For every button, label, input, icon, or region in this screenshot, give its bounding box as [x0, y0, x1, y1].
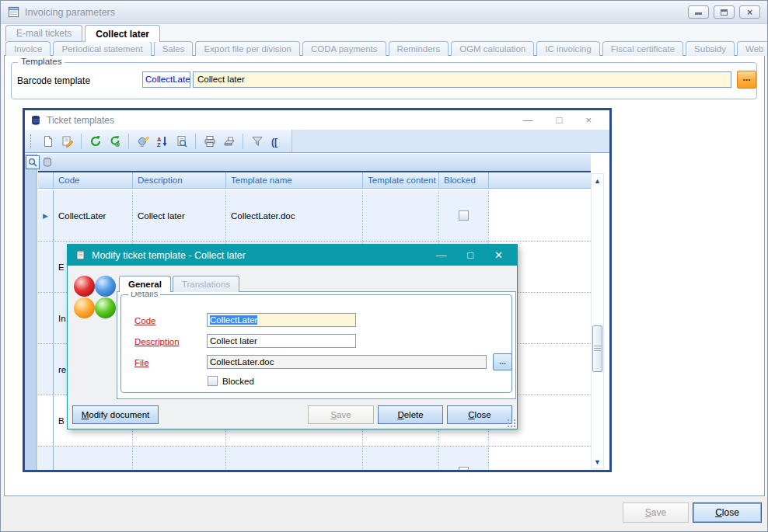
primary-tab-strip: E-mail tickets Collect later — [5, 25, 160, 42]
tab-ic-invoicing[interactable]: IC invoicing — [536, 41, 599, 56]
dialog-title: Modify ticket template - Collect later — [92, 250, 246, 261]
dialog-maximize-icon[interactable]: □ — [467, 249, 473, 261]
scroll-down-icon[interactable]: ▼ — [592, 456, 603, 468]
grid-header-template-name[interactable]: Template name — [226, 172, 363, 188]
file-field[interactable]: CollectLater.doc — [207, 355, 487, 369]
footer-close-button[interactable]: Close — [693, 502, 762, 523]
code-label[interactable]: Code — [134, 316, 156, 325]
tab-subsidy[interactable]: Subsidy — [686, 41, 735, 56]
barcode-template-label: Barcode template — [17, 75, 90, 86]
refresh-icon[interactable] — [86, 132, 104, 150]
magnifier-icon — [28, 158, 37, 167]
tab-export-file-per-division[interactable]: Export file per division — [195, 41, 300, 56]
ticket-templates-toolbar: AZ ([ — [25, 130, 609, 153]
table-row[interactable] — [38, 447, 591, 470]
red-sphere-logo — [74, 276, 95, 297]
description-field[interactable]: Collect later — [207, 334, 356, 348]
tab-email-tickets[interactable]: E-mail tickets — [5, 25, 82, 41]
dialog-close-button[interactable]: Close — [447, 405, 512, 424]
sort-az-icon[interactable]: AZ — [153, 132, 171, 150]
tab-invoice[interactable]: Invoice — [5, 41, 51, 56]
dialog-minimize-icon[interactable]: — — [436, 249, 446, 261]
cell-template-name: CollectLater.doc — [226, 190, 363, 241]
document-icon — [75, 250, 86, 260]
dialog-close-icon[interactable]: ✕ — [494, 249, 503, 261]
templates-group-label: Templates — [18, 57, 65, 66]
tab-periodical-statement[interactable]: Periodical statement — [53, 41, 151, 56]
orange-sphere-logo — [74, 297, 95, 318]
tw-maximize-icon[interactable]: □ — [557, 114, 563, 126]
search-document-icon[interactable] — [173, 132, 190, 150]
code-field[interactable]: CollectLater — [207, 313, 356, 327]
toolbar-separator — [81, 134, 82, 149]
edit-document-icon[interactable] — [58, 132, 76, 150]
filter-expression-icon[interactable]: ([ — [267, 132, 285, 150]
grid-header-description[interactable]: Description — [133, 172, 226, 188]
restore-button[interactable] — [714, 5, 735, 19]
table-row[interactable]: ▶ CollectLater Collect later CollectLate… — [38, 190, 591, 242]
tab-reminders[interactable]: Reminders — [389, 41, 449, 56]
tab-fiscal-certificate[interactable]: Fiscal certificate — [602, 41, 683, 56]
close-button[interactable]: × — [739, 5, 760, 19]
grid-header-blocked[interactable]: Blocked — [439, 172, 489, 188]
restore-icon — [721, 9, 728, 16]
tab-ogm-calculation[interactable]: OGM calculation — [451, 41, 534, 56]
hint-edit-icon[interactable] — [134, 132, 152, 150]
resize-grip[interactable] — [508, 419, 516, 428]
svg-text:Z: Z — [157, 141, 161, 148]
grid-header-filler — [489, 172, 591, 188]
tab-collect-later[interactable]: Collect later — [85, 25, 160, 42]
main-titlebar: Invoicing parameters × — [1, 1, 767, 24]
footer-save-button[interactable]: Save — [623, 502, 689, 523]
tab-web[interactable]: Web — [737, 41, 768, 56]
barcode-code-field[interactable]: CollectLater — [142, 71, 190, 88]
blocked-checkbox[interactable] — [459, 467, 469, 470]
dialog-save-button[interactable]: Save — [308, 405, 374, 424]
dialog-delete-button[interactable]: Delete — [378, 405, 443, 424]
barcode-name-field[interactable]: Collect later — [193, 71, 731, 88]
file-browse-button[interactable]: ... — [493, 353, 512, 370]
green-sphere-logo — [95, 297, 116, 318]
new-document-icon[interactable] — [39, 132, 57, 150]
print-preview-icon[interactable] — [220, 132, 238, 150]
blocked-checkbox[interactable] — [459, 210, 469, 221]
grid-header-code[interactable]: Code — [54, 172, 133, 188]
main-window-title: Invoicing parameters — [25, 7, 115, 18]
details-groupbox: Details Code CollectLater Description Co… — [120, 294, 512, 393]
tw-close-icon[interactable]: × — [585, 114, 592, 126]
filter-icon[interactable] — [248, 132, 266, 150]
tab-general[interactable]: General — [119, 276, 171, 292]
grid-header-template-content[interactable]: Template content — [363, 172, 439, 188]
toolbar-grip[interactable] — [30, 134, 33, 148]
toolbar-separator — [195, 134, 196, 149]
scroll-up-icon[interactable]: ▲ — [592, 175, 603, 186]
invoicing-parameters-window: Invoicing parameters × E-mail tickets Co… — [0, 0, 768, 532]
grid-left-strip — [25, 154, 37, 470]
print-icon[interactable] — [201, 132, 218, 150]
blocked-checkbox[interactable] — [208, 376, 218, 386]
grid-header-row: Code Description Template name Template … — [38, 172, 591, 189]
tab-coda-payments[interactable]: CODA payments — [302, 41, 386, 56]
ticket-templates-title: Ticket templates — [47, 115, 114, 126]
scrollbar-thumb[interactable] — [592, 325, 602, 372]
refresh-all-icon[interactable] — [106, 132, 124, 150]
modify-ticket-template-dialog: Modify ticket template - Collect later —… — [67, 244, 518, 429]
dialog-tab-strip: General Translations — [119, 276, 239, 292]
tw-minimize-icon[interactable]: — — [523, 114, 533, 126]
modify-document-button[interactable]: Modify document — [72, 405, 159, 424]
tab-sales[interactable]: Sales — [154, 41, 194, 56]
form-icon — [8, 6, 19, 18]
dialog-titlebar: Modify ticket template - Collect later —… — [68, 245, 517, 266]
row-selector-arrow: ▶ — [38, 190, 54, 241]
file-label[interactable]: File — [134, 358, 149, 367]
templates-groupbox: Templates Barcode template CollectLater … — [11, 62, 757, 99]
blocked-label: Blocked — [222, 377, 254, 386]
minimize-button[interactable] — [688, 5, 709, 19]
toolbar-separator — [128, 134, 129, 149]
description-label[interactable]: Description — [134, 337, 180, 346]
barcode-browse-button[interactable]: ... — [737, 71, 756, 89]
grid-search-button[interactable] — [26, 155, 40, 169]
grid-vertical-scrollbar[interactable]: ▲ ▼ — [591, 173, 604, 469]
cell-description: Collect later — [133, 190, 226, 241]
tab-translations[interactable]: Translations — [173, 276, 239, 292]
